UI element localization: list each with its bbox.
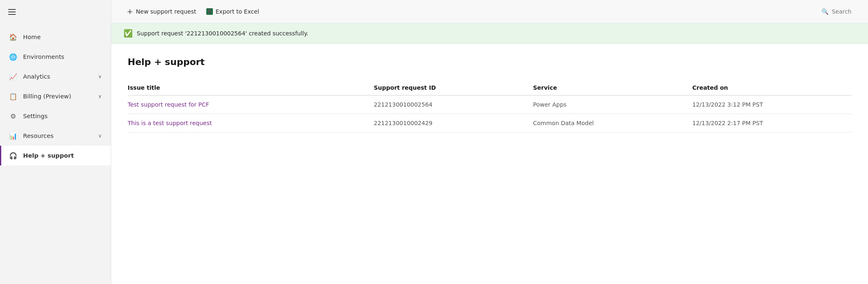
hamburger-icon	[8, 9, 16, 15]
home-icon: 🏠	[9, 33, 17, 41]
help-support-icon: 🎧	[9, 151, 17, 160]
sidebar-item-billing[interactable]: 📋Billing (Preview)∨	[0, 86, 111, 106]
new-request-label: New support request	[136, 8, 196, 15]
success-banner: ✅ Support request '2212130010002564' cre…	[111, 23, 868, 44]
sidebar-nav: 🏠Home🌐Environments📈Analytics∨📋Billing (P…	[0, 24, 111, 169]
excel-icon: X	[206, 8, 213, 15]
search-label: Search	[832, 8, 852, 15]
success-icon: ✅	[124, 29, 133, 37]
table-row: Test support request for PCF221213001000…	[128, 95, 852, 114]
sidebar-label-home: Home	[23, 34, 102, 40]
sidebar-label-analytics: Analytics	[23, 73, 92, 80]
sidebar-label-environments: Environments	[23, 54, 102, 60]
sidebar: 🏠Home🌐Environments📈Analytics∨📋Billing (P…	[0, 0, 111, 284]
request-id-0: 2212130010002564	[374, 95, 533, 114]
sidebar-label-settings: Settings	[23, 113, 102, 119]
sidebar-item-analytics[interactable]: 📈Analytics∨	[0, 67, 111, 86]
table-row: This is a test support request2212130010…	[128, 114, 852, 133]
issue-link-1[interactable]: This is a test support request	[128, 114, 374, 133]
banner-message: Support request '2212130010002564' creat…	[137, 30, 308, 37]
sidebar-label-help-support: Help + support	[23, 152, 102, 159]
issue-link-0[interactable]: Test support request for PCF	[128, 95, 374, 114]
export-label: Export to Excel	[216, 8, 259, 15]
page-title: Help + support	[128, 57, 852, 67]
sidebar-label-resources: Resources	[23, 133, 92, 139]
page-content: Help + support Issue title Support reque…	[111, 44, 868, 146]
resources-icon: 📊	[9, 132, 17, 140]
sidebar-item-home[interactable]: 🏠Home	[0, 27, 111, 47]
col-header-service: Service	[533, 80, 692, 95]
sidebar-item-help-support[interactable]: 🎧Help + support	[0, 146, 111, 165]
chevron-analytics-icon: ∨	[98, 74, 102, 79]
col-header-created: Created on	[692, 80, 852, 95]
chevron-billing-icon: ∨	[98, 93, 102, 99]
service-1: Common Data Model	[533, 114, 692, 133]
table-body: Test support request for PCF221213001000…	[128, 95, 852, 133]
support-table: Issue title Support request ID Service C…	[128, 80, 852, 133]
new-support-request-button[interactable]: + New support request	[124, 4, 203, 19]
search-icon: 🔍	[821, 8, 828, 15]
sidebar-item-settings[interactable]: ⚙️Settings	[0, 106, 111, 126]
export-excel-button[interactable]: X Export to Excel	[203, 5, 266, 18]
sidebar-item-environments[interactable]: 🌐Environments	[0, 47, 111, 67]
col-header-issue: Issue title	[128, 80, 374, 95]
created-on-1: 12/13/2022 2:17 PM PST	[692, 114, 852, 133]
sidebar-item-resources[interactable]: 📊Resources∨	[0, 126, 111, 146]
settings-icon: ⚙️	[9, 112, 17, 120]
sidebar-label-billing: Billing (Preview)	[23, 93, 92, 100]
service-0: Power Apps	[533, 95, 692, 114]
billing-icon: 📋	[9, 92, 17, 100]
col-header-id: Support request ID	[374, 80, 533, 95]
search-button[interactable]: 🔍 Search	[817, 6, 856, 17]
request-id-1: 2212130010002429	[374, 114, 533, 133]
plus-icon: +	[127, 7, 133, 16]
chevron-resources-icon: ∨	[98, 133, 102, 139]
environments-icon: 🌐	[9, 53, 17, 61]
analytics-icon: 📈	[9, 72, 17, 81]
hamburger-menu[interactable]	[0, 0, 111, 24]
created-on-0: 12/13/2022 3:12 PM PST	[692, 95, 852, 114]
main-content: + New support request X Export to Excel …	[111, 0, 868, 284]
table-header: Issue title Support request ID Service C…	[128, 80, 852, 95]
toolbar: + New support request X Export to Excel …	[111, 0, 868, 23]
